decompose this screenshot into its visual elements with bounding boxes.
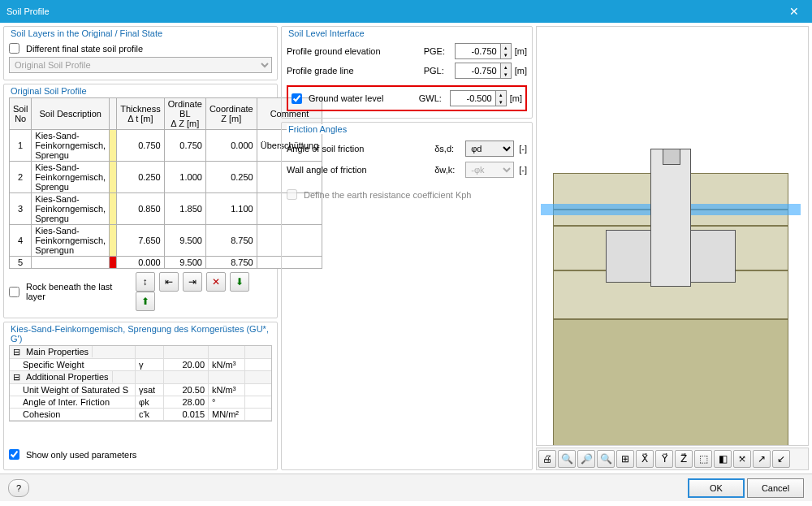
kph-checkbox xyxy=(287,189,297,200)
add-props-header: ⊟ Additional Properties xyxy=(10,371,136,383)
main-props-header: ⊟ Main Properties xyxy=(10,346,136,358)
soil-friction-select[interactable]: φd xyxy=(465,141,514,157)
soil-friction-label: Angle of soil friction xyxy=(287,144,430,154)
th-thickness: ThicknessΔ t [m] xyxy=(117,98,165,130)
pge-input[interactable]: ▲▼ xyxy=(455,43,512,59)
group-title-friction: Friction Angles xyxy=(287,124,348,134)
group-title-soil-layers: Soil Layers in the Original / Final Stat… xyxy=(9,28,164,38)
th-coordinate: CoordinateZ [m] xyxy=(205,98,257,130)
gwl-unit: [m] xyxy=(510,93,522,103)
zoom-out-icon[interactable]: 🔍 xyxy=(597,450,615,468)
print-icon[interactable]: 🖨 xyxy=(538,450,556,468)
soil-profile-table[interactable]: SoilNo Soil Description ThicknessΔ t [m]… xyxy=(9,97,322,269)
original-profile-group: Original Soil Profile SoilNo Soil Descri… xyxy=(3,84,278,318)
prop-specific-weight-label: Specific Weight xyxy=(10,359,136,370)
properties-grid[interactable]: ⊟ Main Properties Specific Weightγ20.00k… xyxy=(9,345,272,422)
group-title-soil-level: Soil Level Interface xyxy=(287,28,366,38)
insert-right-icon[interactable]: ⇥ xyxy=(183,272,202,292)
show-used-label: Show only used parameters xyxy=(26,450,272,460)
pge-label: Profile ground elevation xyxy=(287,46,421,56)
gwl-label: Ground water level xyxy=(309,93,416,103)
group-title-original-profile: Original Soil Profile xyxy=(9,86,89,96)
table-row[interactable]: 1Kies-Sand-Feinkorngemisch, Sprengu0.750… xyxy=(10,130,322,162)
viewer-3d[interactable] xyxy=(536,26,809,446)
pge-symbol: PGE: xyxy=(424,46,451,56)
library-icon[interactable]: ↕ xyxy=(136,272,155,292)
pan-icon[interactable]: ↗ xyxy=(753,450,771,468)
view-z-icon[interactable]: Z⃗ xyxy=(675,450,693,468)
wall-friction-label: Wall angle of friction xyxy=(287,165,430,175)
viewer-toolbar: 🖨🔍🔎🔍⊞X⃗Y⃗Z⃗⬚◧⤧↗↙ xyxy=(536,448,809,470)
grid-icon[interactable]: ⊞ xyxy=(616,450,634,468)
close-icon[interactable]: ✕ xyxy=(783,2,806,21)
excel-import-icon[interactable]: ⬇ xyxy=(230,272,249,292)
pgl-unit: [m] xyxy=(515,66,527,76)
pgl-label: Profile grade line xyxy=(287,66,421,76)
th-ordinate: Ordinate BLΔ Z [m] xyxy=(164,98,205,130)
diff-final-checkbox[interactable] xyxy=(9,43,19,54)
view-y-icon[interactable]: Y⃗ xyxy=(655,450,673,468)
th-soil-no: SoilNo xyxy=(10,98,32,130)
show-used-checkbox[interactable] xyxy=(9,449,19,460)
diff-final-label: Different final state soil profile xyxy=(26,44,272,54)
soil-layers-group: Soil Layers in the Original / Final Stat… xyxy=(3,26,278,80)
delete-row-icon[interactable]: ✕ xyxy=(206,272,226,292)
rock-label: Rock beneath the last layer xyxy=(26,282,134,301)
zoom-in-icon[interactable]: 🔎 xyxy=(577,450,595,468)
group-title-soil-props: Kies-Sand-Feinkorngemisch, Sprengung des… xyxy=(9,324,272,344)
prop-inter-fric-label: Angle of Inter. Friction xyxy=(10,396,136,408)
ok-button[interactable]: OK xyxy=(688,478,745,498)
help-button[interactable]: ? xyxy=(8,479,29,497)
view-section-icon[interactable]: ◧ xyxy=(714,450,732,468)
prop-cohesion-label: Cohesion xyxy=(10,409,136,420)
cancel-button[interactable]: Cancel xyxy=(747,478,804,498)
friction-group: Friction Angles Angle of soil friction δ… xyxy=(281,122,533,470)
wall-friction-symbol: δw,k: xyxy=(434,165,460,175)
th-desc: Soil Description xyxy=(32,98,110,130)
view-iso-icon[interactable]: ⬚ xyxy=(694,450,712,468)
insert-left-icon[interactable]: ⇤ xyxy=(159,272,179,292)
soil-friction-unit: [-] xyxy=(519,144,527,154)
pge-unit: [m] xyxy=(515,46,527,56)
window-title: Soil Profile xyxy=(6,6,50,16)
soil-level-group: Soil Level Interface Profile ground elev… xyxy=(281,26,533,119)
table-row[interactable]: 2Kies-Sand-Feinkorngemisch, Sprengu0.250… xyxy=(10,162,322,193)
wall-friction-select: -φk xyxy=(465,162,514,178)
pgl-input[interactable]: ▲▼ xyxy=(455,63,512,79)
table-row[interactable]: 4Kies-Sand-Feinkorngemisch, Sprengun7.65… xyxy=(10,225,322,257)
table-row[interactable]: 50.0009.5008.750 xyxy=(10,257,322,269)
soil-friction-symbol: δs,d: xyxy=(434,144,460,154)
pgl-symbol: PGL: xyxy=(424,66,451,76)
gwl-checkbox[interactable] xyxy=(292,93,302,104)
prop-unit-sat-label: Unit Weight of Saturated S xyxy=(10,384,136,396)
gwl-input[interactable]: ▲▼ xyxy=(450,90,507,106)
table-row[interactable]: 3Kies-Sand-Feinkorngemisch, Sprengu0.850… xyxy=(10,193,322,225)
reset-view-icon[interactable]: ↙ xyxy=(772,450,790,468)
profile-combo: Original Soil Profile xyxy=(9,57,272,73)
view-x-icon[interactable]: X⃗ xyxy=(636,450,654,468)
rotate-icon[interactable]: ⤧ xyxy=(733,450,751,468)
kph-label: Define the earth resistance coefficient … xyxy=(304,190,527,200)
wall-friction-unit: [-] xyxy=(519,165,527,175)
zoom-extents-icon[interactable]: 🔍 xyxy=(558,450,576,468)
excel-export-icon[interactable]: ⬆ xyxy=(136,292,155,311)
rock-checkbox[interactable] xyxy=(9,287,19,297)
gwl-symbol: GWL: xyxy=(419,93,447,103)
soil-props-group: Kies-Sand-Feinkorngemisch, Sprengung des… xyxy=(3,322,278,470)
